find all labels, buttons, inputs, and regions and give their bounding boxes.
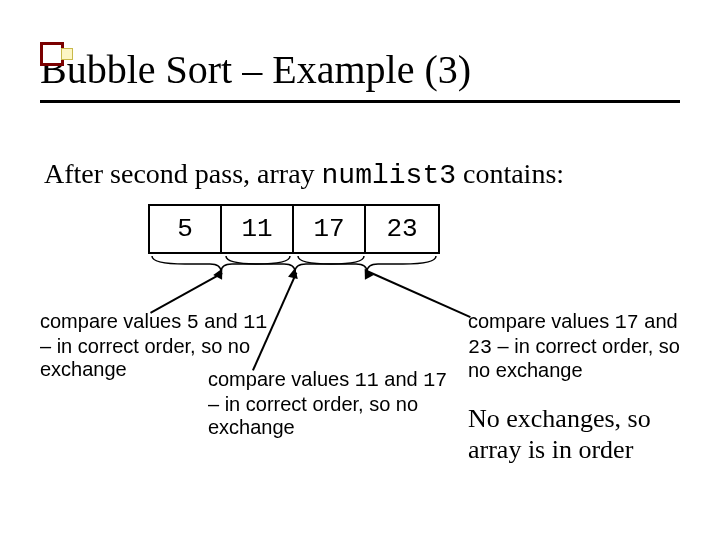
intro-line: After second pass, array numlist3 contai… xyxy=(44,158,564,191)
cap-value: 5 xyxy=(187,311,199,334)
cap-value: 17 xyxy=(423,369,447,392)
array-table: 5 11 17 23 xyxy=(148,204,440,254)
conclusion-text: No exchanges, so array is in order xyxy=(468,404,688,465)
array-cell: 23 xyxy=(366,206,438,252)
title-accent-icon xyxy=(40,42,64,66)
cap-text: compare values xyxy=(208,368,355,390)
caption-compare-3: compare values 17 and 23 – in correct or… xyxy=(468,310,698,383)
intro-prefix: After second pass, array xyxy=(44,158,322,189)
array-name: numlist3 xyxy=(322,160,456,191)
cap-text: and xyxy=(199,310,243,332)
cap-value: 17 xyxy=(615,311,639,334)
cap-value: 23 xyxy=(468,336,492,359)
cap-text: and xyxy=(379,368,423,390)
cap-text: and xyxy=(639,310,678,332)
slide: Bubble Sort – Example (3) After second p… xyxy=(0,0,720,540)
arrow-line-icon xyxy=(150,272,223,314)
page-title: Bubble Sort – Example (3) xyxy=(40,48,680,92)
array-cell: 11 xyxy=(222,206,294,252)
cap-text: – in correct order, so no exchange xyxy=(468,335,680,382)
cap-value: 11 xyxy=(355,369,379,392)
intro-suffix: contains: xyxy=(456,158,564,189)
array-cell: 5 xyxy=(150,206,222,252)
caption-compare-2: compare values 11 and 17 – in correct or… xyxy=(208,368,448,440)
title-bar: Bubble Sort – Example (3) xyxy=(40,48,680,103)
array-cell: 17 xyxy=(294,206,366,252)
cap-text: compare values xyxy=(468,310,615,332)
arrow-line-icon xyxy=(366,270,471,318)
arrow-head-icon xyxy=(288,267,300,279)
cap-text: compare values xyxy=(40,310,187,332)
cap-value: 11 xyxy=(243,311,267,334)
cap-text: – in correct order, so no exchange xyxy=(208,393,418,439)
